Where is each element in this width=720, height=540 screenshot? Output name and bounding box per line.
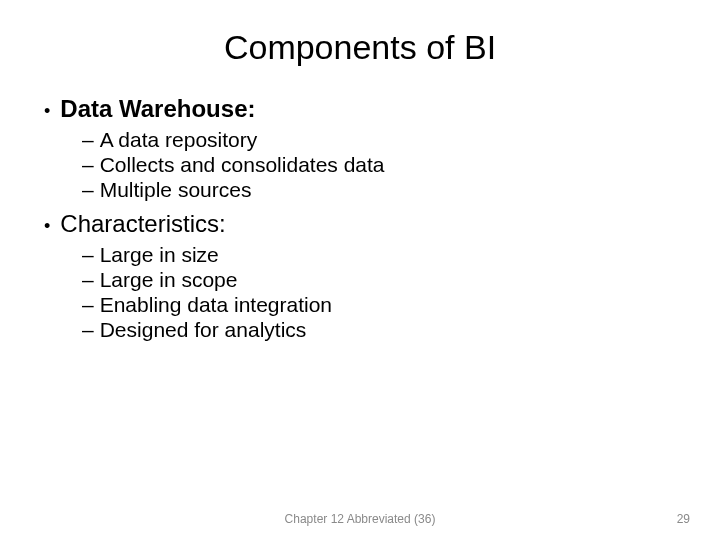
sub-bullet-text: Designed for analytics [100,318,307,342]
slide-title: Components of BI [40,28,680,67]
sub-bullet-text: A data repository [100,128,258,152]
dash-icon: – [82,318,94,342]
dash-icon: – [82,268,94,292]
sub-bullet-text: Collects and consolidates data [100,153,385,177]
bullet-level2: – Multiple sources [82,178,680,202]
dash-icon: – [82,293,94,317]
bullet-level2: – Enabling data integration [82,293,680,317]
sub-bullet-text: Large in size [100,243,219,267]
dash-icon: – [82,153,94,177]
bullet-level2: – Collects and consolidates data [82,153,680,177]
bullet-level2: – A data repository [82,128,680,152]
sub-bullet-text: Large in scope [100,268,238,292]
bullet-level1: • Characteristics: [44,210,680,239]
slide-content: • Data Warehouse: – A data repository – … [40,95,680,342]
bullet-level1: • Data Warehouse: [44,95,680,124]
bullet-dot-icon: • [44,214,50,239]
sub-bullet-text: Multiple sources [100,178,252,202]
dash-icon: – [82,243,94,267]
bullet-level2: – Large in scope [82,268,680,292]
bullet-text: Data Warehouse: [60,95,255,123]
bullet-dot-icon: • [44,99,50,124]
dash-icon: – [82,128,94,152]
bullet-level2: – Designed for analytics [82,318,680,342]
page-number: 29 [677,512,690,526]
bullet-text: Characteristics: [60,210,225,238]
sub-bullet-text: Enabling data integration [100,293,332,317]
slide: Components of BI • Data Warehouse: – A d… [0,0,720,540]
bullet-level2: – Large in size [82,243,680,267]
footer-text: Chapter 12 Abbreviated (36) [0,512,720,526]
dash-icon: – [82,178,94,202]
